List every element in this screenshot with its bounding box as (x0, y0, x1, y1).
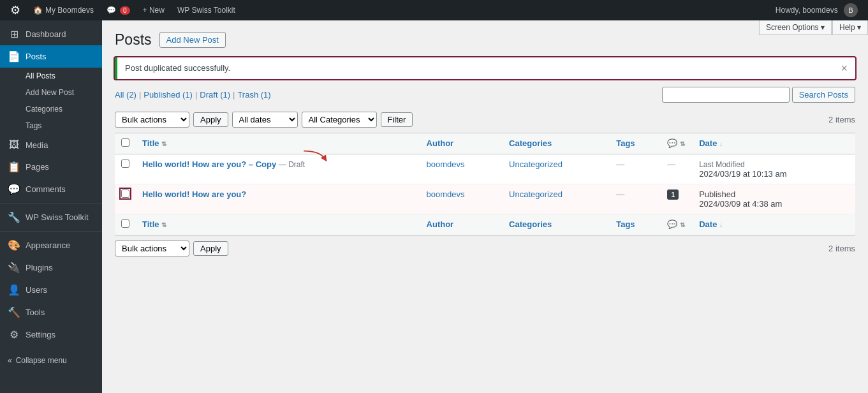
new-label: + New (143, 6, 165, 15)
posts-icon: 📄 (8, 50, 20, 63)
post-state-badge: — Draft (279, 160, 305, 169)
sidebar-item-dashboard[interactable]: ⊞ Dashboard (0, 23, 102, 45)
sidebar-item-settings[interactable]: ⚙ Settings (0, 323, 102, 346)
sidebar-item-posts[interactable]: 📄 Posts (0, 45, 102, 68)
comments-column-header[interactable]: 💬 ⇅ (661, 133, 693, 154)
sidebar-item-categories[interactable]: Categories (0, 101, 102, 117)
filter-button[interactable]: Filter (381, 112, 413, 127)
add-new-post-button[interactable]: Add New Post (159, 32, 226, 48)
wp-logo[interactable]: ⚙ (5, 0, 26, 20)
tags-cell: — (610, 154, 661, 184)
sidebar-item-wp-swiss[interactable]: 🔧 WP Swiss Toolkit (0, 206, 102, 228)
date-cell: Published 2024/03/09 at 4:38 am (693, 184, 855, 214)
post-title-link[interactable]: Hello world! How are you? – Copy (142, 159, 276, 169)
sidebar-item-label: Pages (26, 162, 49, 172)
sidebar-item-all-posts[interactable]: All Posts (0, 68, 102, 84)
category-link[interactable]: Uncategorized (509, 159, 563, 169)
title-column-header[interactable]: Title ⇅ (136, 133, 420, 154)
comments-cell: 1 (661, 184, 693, 214)
select-all-footer-checkbox[interactable] (121, 219, 129, 228)
date-status: Published (699, 189, 735, 199)
search-posts-button[interactable]: Search Posts (792, 87, 855, 103)
items-count-top: 2 items (828, 115, 855, 124)
bulk-actions-select-top[interactable]: Bulk actions Edit Move to Trash (115, 112, 189, 128)
sidebar-item-users[interactable]: 👤 Users (0, 279, 102, 301)
author-cell: boomdevs (420, 154, 503, 184)
tags-cell: — (610, 184, 661, 214)
title-cell: Hello world! How are you? (136, 184, 420, 214)
dashboard-icon: ⊞ (8, 28, 20, 40)
adminbar-plugin[interactable]: WP Swiss Toolkit (172, 0, 240, 20)
tools-icon: 🔨 (8, 306, 20, 318)
date-footer-header[interactable]: Date ↓ (693, 214, 855, 235)
adminbar-site[interactable]: 🏠 My Boomdevs (28, 0, 99, 20)
screen-options-button[interactable]: Screen Options (759, 20, 832, 35)
comments-footer-header[interactable]: 💬 ⇅ (661, 214, 693, 235)
sidebar-item-label: Posts (26, 52, 47, 61)
top-tablenav: Bulk actions Edit Move to Trash Apply Al… (115, 112, 855, 128)
bulk-apply-button-bottom[interactable]: Apply (193, 241, 228, 256)
collapse-menu-button[interactable]: « Collapse menu (0, 351, 102, 370)
category-filter-select[interactable]: All Categories Uncategorized (302, 112, 377, 128)
categories-cell: Uncategorized (503, 184, 610, 214)
category-link[interactable]: Uncategorized (509, 189, 563, 199)
plugins-icon: 🔌 (8, 262, 20, 274)
categories-cell: Uncategorized (503, 154, 610, 184)
select-all-column (115, 133, 136, 154)
success-notice: Post duplicated successfully. × (115, 57, 855, 79)
sidebar-item-tags[interactable]: Tags (0, 117, 102, 134)
author-link[interactable]: boomdevs (427, 189, 465, 199)
table-footer-row: Title ⇅ Author Categories Tags 💬 ⇅ Date … (115, 214, 855, 235)
row-checkbox-cell (115, 184, 136, 214)
filter-trash-link[interactable]: Trash (1) (237, 90, 270, 100)
adminbar-user[interactable]: Howdy, boomdevs B (770, 3, 863, 17)
row-checkbox[interactable] (121, 189, 129, 198)
sidebar-item-add-new-post[interactable]: Add New Post (0, 84, 102, 101)
sidebar-item-tools[interactable]: 🔨 Tools (0, 301, 102, 323)
sidebar-item-label: Plugins (26, 263, 53, 272)
notice-dismiss-button[interactable]: × (841, 63, 848, 74)
bulk-apply-button-top[interactable]: Apply (193, 112, 228, 127)
search-input[interactable] (662, 87, 790, 103)
sidebar-item-appearance[interactable]: 🎨 Appearance (0, 234, 102, 256)
table-row: Hello world! How are you? boomdevs Uncat… (115, 184, 855, 214)
bulk-actions-select-bottom[interactable]: Bulk actions Edit Move to Trash (115, 241, 189, 256)
help-button[interactable]: Help (832, 20, 868, 35)
plugin-label: WP Swiss Toolkit (177, 6, 235, 15)
wp-swiss-icon: 🔧 (8, 211, 20, 223)
comment-count-link[interactable]: 1 (667, 189, 679, 199)
sidebar-item-label: WP Swiss Toolkit (26, 212, 89, 222)
date-sort-icon: ↓ (719, 140, 723, 147)
sidebar-item-comments[interactable]: 💬 Comments (0, 178, 102, 200)
select-all-footer-column (115, 214, 136, 235)
sidebar-item-label: Users (26, 285, 47, 295)
screen-meta-toggle: Screen Options Help (759, 20, 868, 35)
row-checkbox[interactable] (121, 159, 129, 168)
bottom-tablenav: Bulk actions Edit Move to Trash Apply 2 … (115, 241, 855, 256)
sidebar-item-label: Comments (26, 184, 66, 194)
sidebar: ⊞ Dashboard 📄 Posts All Posts Add New Po… (0, 20, 102, 393)
comment-col-icon: 💬 (667, 138, 677, 148)
filter-draft-link[interactable]: Draft (1) (200, 90, 230, 100)
sidebar-item-pages[interactable]: 📋 Pages (0, 156, 102, 178)
user-greeting: Howdy, boomdevs (776, 6, 838, 15)
date-filter-select[interactable]: All dates March 2024 (232, 112, 298, 128)
date-column-header[interactable]: Date ↓ (693, 133, 855, 154)
author-link[interactable]: boomdevs (427, 159, 465, 169)
date-value: 2024/03/09 at 4:38 am (699, 199, 782, 209)
adminbar-new[interactable]: + New (138, 0, 170, 20)
row-checkbox-cell (115, 154, 136, 184)
items-count-bottom: 2 items (828, 244, 855, 253)
comments-cell: — (661, 154, 693, 184)
sidebar-item-media[interactable]: 🖼 Media (0, 134, 102, 156)
filter-all-link[interactable]: All (2) (115, 90, 136, 100)
sidebar-item-plugins[interactable]: 🔌 Plugins (0, 256, 102, 279)
post-title-link[interactable]: Hello world! How are you? (142, 189, 246, 199)
tags-dash: — (616, 159, 624, 169)
search-box: Search Posts (662, 87, 855, 103)
filter-published-link[interactable]: Published (1) (143, 90, 193, 100)
sidebar-item-label: Media (26, 140, 48, 150)
select-all-checkbox[interactable] (121, 138, 129, 147)
adminbar-comments[interactable]: 💬 0 (101, 0, 135, 20)
title-footer-header[interactable]: Title ⇅ (136, 214, 420, 235)
